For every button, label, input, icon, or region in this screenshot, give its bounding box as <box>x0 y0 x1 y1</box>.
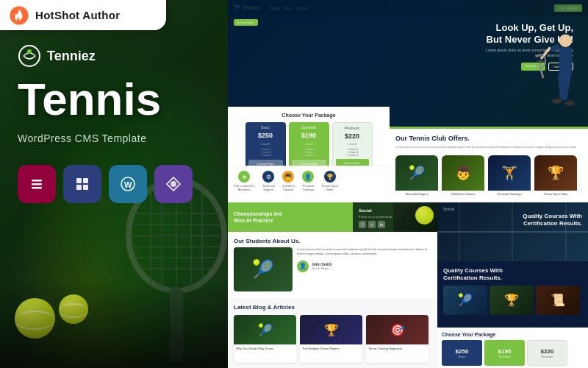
svg-point-14 <box>19 46 40 66</box>
tenniez-logo-icon <box>18 44 41 68</box>
blog-card-1-text: Why You Should Play Tennis <box>234 344 296 353</box>
pricing-cards: Basic $250 / month ✓ Feature 1✓ Feature … <box>234 122 384 170</box>
blog-card-3[interactable]: 🎯 Tennis Training Beginners <box>366 315 429 363</box>
mini-price-3: $220 Premium <box>527 340 567 366</box>
club-title: Our Tennis Club Offers. <box>395 135 582 142</box>
preview-blog: Latest Blog & Articles 🎾 Why You Should … <box>228 298 437 368</box>
svg-line-33 <box>540 68 543 77</box>
banner-line1: Championships Are <box>234 210 282 217</box>
svg-rect-16 <box>32 180 42 182</box>
svg-rect-20 <box>83 178 88 183</box>
instagram-icon[interactable]: in <box>378 221 385 228</box>
comfort-icon: ★ <box>238 171 250 183</box>
school-court-lines <box>437 202 588 261</box>
blog-cards: 🎾 Why You Should Play Tennis 🏆 The Great… <box>234 315 431 363</box>
social-inner: Social Follow us on social media f t in <box>359 208 392 228</box>
club-card-1-label: Technical Support <box>395 191 438 197</box>
price-card-standard: Standard $190 / month ✓ Feature 1✓ Featu… <box>289 122 329 170</box>
students-title: Our Students About Us. <box>234 238 431 244</box>
pricing-bottom-title: Choose Your Package <box>442 332 584 337</box>
club-card-2-label: Children's Classes <box>442 191 484 197</box>
main-title: Tennis <box>18 77 193 122</box>
quix-badge[interactable] <box>154 165 193 203</box>
preview-quality: Quality Courses With Certification Resul… <box>437 261 588 328</box>
preview-features: ★ Full Comfort ForMembers ⚙ TechnicalSup… <box>228 166 390 202</box>
svg-rect-18 <box>32 187 42 189</box>
club-card-2-img: 👦 <box>442 155 484 191</box>
club-card-4-label: Tennis Sport Stars <box>534 191 577 197</box>
blog-card-1-img: 🎾 <box>234 315 296 344</box>
blog-card-3-img: 🎯 <box>366 315 429 344</box>
students-content: 🎾 Lorem ipsum dolor sit amet consectetur… <box>234 247 431 291</box>
club-card-1-img: 🎾 <box>395 155 438 191</box>
club-desc: Lorem ipsum dolor sit amet consectetur a… <box>395 145 582 149</box>
right-panel: 🎾 Tenniez Pages Blog Contact Get Started… <box>228 0 588 368</box>
comfort-label: Full Comfort ForMembers <box>234 184 255 191</box>
school-label: School <box>443 207 454 211</box>
svg-point-15 <box>27 49 32 54</box>
uf-badge[interactable] <box>63 165 101 203</box>
price-card-premium: Premium $220 / month ✓ Feature 1✓ Featur… <box>332 122 373 170</box>
left-panel: HotShot Author Tenniez Tennis WordPress … <box>0 0 228 368</box>
svg-rect-17 <box>32 183 42 185</box>
pricing-title: Choose Your Package <box>234 113 384 118</box>
blog-title: Latest Blog & Articles <box>234 304 431 311</box>
social-ball <box>415 206 434 224</box>
author-avatar: 👤 <box>297 261 309 272</box>
mini-price-1-label: Basic <box>459 355 466 358</box>
bottom-overlay <box>0 280 228 368</box>
brand-name: Tenniez <box>47 49 96 64</box>
hotshot-logo-icon <box>9 5 29 26</box>
feature-technical: ⚙ TechnicalSupport <box>262 171 275 198</box>
author-role: Tennis Player <box>312 266 331 270</box>
blog-card-3-text: Tennis Training Beginners <box>366 344 429 353</box>
facebook-icon[interactable]: f <box>359 221 366 228</box>
mini-price-2-label: Standard <box>498 355 510 358</box>
brand-area: Tenniez Tennis WordPress CMS Template <box>18 44 193 203</box>
technical-icon: ⚙ <box>262 171 274 183</box>
mini-price-1: $250 Basic <box>442 340 482 366</box>
testimonial-author: 👤 John Smith Tennis Player <box>297 261 431 272</box>
svg-rect-27 <box>559 47 573 76</box>
club-card-3-label: Personal Trainings <box>488 191 531 197</box>
blog-card-2[interactable]: 🏆 The Greatest Tennis Players <box>300 315 362 363</box>
tech-icons-row: W <box>18 165 193 203</box>
preview-social: Social Follow us on social media f t in <box>353 202 437 232</box>
social-image <box>393 202 437 232</box>
technical-label: TechnicalSupport <box>262 184 275 191</box>
children-icon: 👦 <box>282 171 294 183</box>
price-standard: $190 <box>301 132 316 139</box>
svg-rect-19 <box>76 178 82 183</box>
mini-price-2: $190 Standard <box>484 340 525 366</box>
blog-card-2-text: The Greatest Tennis Players <box>300 344 362 353</box>
banner-line2: Won At Practice <box>234 217 282 224</box>
sport-label: Tennis SportStars <box>322 184 338 191</box>
app-title: HotShot Author <box>35 9 120 21</box>
school-text: Quality Courses With Certification Resul… <box>523 213 582 228</box>
twitter-icon[interactable]: t <box>368 221 376 228</box>
blog-card-1[interactable]: 🎾 Why You Should Play Tennis <box>234 315 296 363</box>
banner-text: Championships Are Won At Practice <box>234 210 282 224</box>
quality-images: 🎾 🏆 📜 <box>443 286 582 315</box>
svg-rect-28 <box>550 43 561 53</box>
svg-rect-21 <box>76 185 82 190</box>
social-label: Social <box>359 208 392 213</box>
price-card-basic: Basic $250 / month ✓ Feature 1✓ Feature … <box>245 122 286 170</box>
student-image: 🎾 <box>234 247 293 291</box>
preview-pricing-bottom: Choose Your Package $250 Basic $190 Stan… <box>437 328 588 368</box>
author-info: John Smith Tennis Player <box>312 262 331 270</box>
quality-img-2: 🏆 <box>490 286 534 315</box>
feature-comfort: ★ Full Comfort ForMembers <box>234 171 255 198</box>
svg-point-25 <box>171 181 176 187</box>
wordpress-badge[interactable]: W <box>109 165 147 203</box>
subtitle: WordPress CMS Template <box>18 132 193 144</box>
mini-price-1-amount: $250 <box>456 348 469 355</box>
elementor-badge[interactable] <box>18 165 56 203</box>
club-card-1: 🎾 Technical Support <box>395 155 438 205</box>
price-basic: $250 <box>258 132 273 139</box>
club-card-3-img: 🏋 <box>488 155 531 191</box>
personal-icon: 👤 <box>302 171 314 183</box>
feature-personal: 👤 PersonalTrainings <box>302 171 314 198</box>
mini-price-3-label: Premium <box>541 355 553 358</box>
testimonial-text: Lorem ipsum dolor sit amet consectetur a… <box>297 247 431 257</box>
